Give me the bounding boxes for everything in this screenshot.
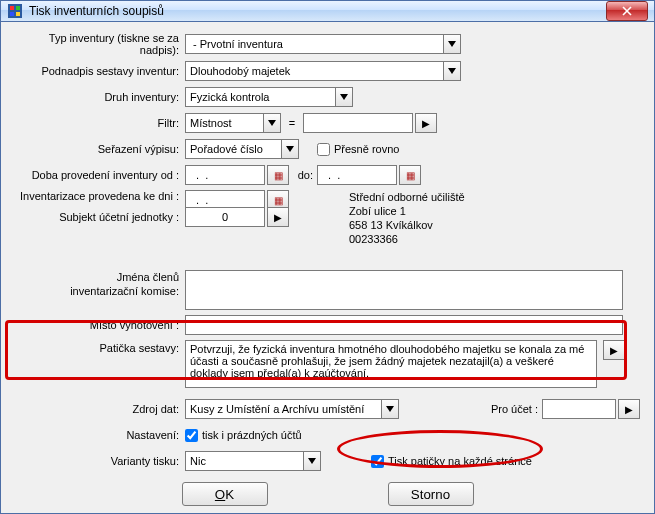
label-filtr: Filtr: bbox=[15, 117, 185, 129]
triangle-right-icon: ▶ bbox=[625, 404, 633, 415]
checkbox-tisk-prazdnych[interactable]: tisk i prázdných účtů bbox=[185, 429, 302, 442]
combo-varianty-tisku[interactable] bbox=[185, 451, 321, 471]
svg-marker-10 bbox=[268, 120, 276, 126]
svg-marker-13 bbox=[308, 458, 316, 464]
checkbox-presne-rovno[interactable]: Přesně rovno bbox=[317, 143, 399, 156]
label-nastaveni: Nastavení: bbox=[15, 429, 185, 441]
label-zdroj-dat: Zdroj dat: bbox=[15, 403, 185, 415]
app-icon bbox=[7, 3, 23, 19]
ok-button[interactable]: OK bbox=[182, 482, 268, 506]
label-typ-inventury: Typ inventury (tiskne se za nadpis): bbox=[15, 32, 185, 56]
svg-marker-12 bbox=[386, 406, 394, 412]
input-typ-inventury[interactable] bbox=[185, 34, 443, 54]
storno-button[interactable]: Storno bbox=[388, 482, 474, 506]
lookup-pro-ucet-button[interactable]: ▶ bbox=[618, 399, 640, 419]
combo-serazeni[interactable] bbox=[185, 139, 299, 159]
calendar-button-od[interactable]: ▦ bbox=[267, 165, 289, 185]
textarea-paticka[interactable] bbox=[185, 340, 597, 388]
label-serazeni: Seřazení výpisu: bbox=[15, 143, 185, 155]
label-paticka: Patička sestavy: bbox=[15, 340, 185, 354]
label-druh: Druh inventury: bbox=[15, 91, 185, 103]
checkbox-tisk-paticky[interactable]: Tisk patičky na každé stránce bbox=[371, 455, 532, 468]
label-subjekt: Subjekt účetní jednotky : bbox=[15, 211, 185, 223]
label-filtr-op: = bbox=[281, 117, 303, 129]
checkbox-tisk-paticky-input[interactable] bbox=[371, 455, 384, 468]
lookup-button[interactable]: ▶ bbox=[415, 113, 437, 133]
chevron-down-icon[interactable] bbox=[303, 451, 321, 471]
label-varianty-tisku: Varianty tisku: bbox=[15, 455, 185, 467]
input-podnadpis[interactable] bbox=[185, 61, 443, 81]
input-varianty-tisku[interactable] bbox=[185, 451, 303, 471]
combo-filtr-field[interactable] bbox=[185, 113, 281, 133]
svg-rect-4 bbox=[16, 12, 20, 16]
calendar-icon: ▦ bbox=[274, 170, 283, 181]
calendar-icon: ▦ bbox=[274, 195, 283, 206]
lookup-subjekt-button[interactable]: ▶ bbox=[267, 207, 289, 227]
label-tisk-paticky: Tisk patičky na každé stránce bbox=[388, 455, 532, 467]
lookup-paticka-button[interactable]: ▶ bbox=[603, 340, 625, 360]
combo-zdroj-dat[interactable] bbox=[185, 399, 399, 419]
checkbox-tisk-prazdnych-input[interactable] bbox=[185, 429, 198, 442]
label-inventarizace-ke-dni: Inventarizace provedena ke dni : bbox=[15, 190, 185, 202]
input-druh[interactable] bbox=[185, 87, 335, 107]
close-button[interactable] bbox=[606, 1, 648, 21]
svg-marker-8 bbox=[448, 68, 456, 74]
svg-rect-2 bbox=[16, 6, 20, 10]
window-title: Tisk inventurních soupisů bbox=[29, 4, 606, 18]
input-misto-vyhotoveni[interactable] bbox=[185, 315, 623, 335]
triangle-right-icon: ▶ bbox=[274, 212, 282, 223]
combo-podnadpis[interactable] bbox=[185, 61, 461, 81]
label-jmena-komise: Jména členů inventarizační komise: bbox=[15, 270, 185, 298]
chevron-down-icon[interactable] bbox=[263, 113, 281, 133]
svg-marker-11 bbox=[286, 146, 294, 152]
calendar-icon: ▦ bbox=[406, 170, 415, 181]
chevron-down-icon[interactable] bbox=[443, 34, 461, 54]
row-paticka: Patička sestavy: ▶ bbox=[15, 340, 640, 388]
checkbox-presne-rovno-input[interactable] bbox=[317, 143, 330, 156]
triangle-right-icon: ▶ bbox=[422, 118, 430, 129]
chevron-down-icon[interactable] bbox=[281, 139, 299, 159]
input-filtr-value[interactable] bbox=[303, 113, 413, 133]
label-doba-od: Doba provedení inventury od : bbox=[15, 169, 185, 181]
org-info: Střední odborné učiliště Zobí ulice 1 65… bbox=[349, 190, 465, 246]
triangle-right-icon: ▶ bbox=[610, 345, 618, 356]
button-row: OK Storno bbox=[15, 482, 640, 506]
input-doba-do[interactable] bbox=[317, 165, 397, 185]
label-tisk-prazdnych: tisk i prázdných účtů bbox=[202, 429, 302, 441]
calendar-button-do[interactable]: ▦ bbox=[399, 165, 421, 185]
storno-button-label: Storno bbox=[411, 487, 450, 502]
ok-button-label-rest: K bbox=[225, 487, 234, 502]
input-pro-ucet[interactable] bbox=[542, 399, 616, 419]
dialog-window: Tisk inventurních soupisů Typ inventury … bbox=[0, 0, 655, 514]
org-line4: 00233366 bbox=[349, 232, 465, 246]
input-filtr-field[interactable] bbox=[185, 113, 263, 133]
svg-rect-3 bbox=[10, 12, 14, 16]
combo-druh[interactable] bbox=[185, 87, 353, 107]
label-misto-vyhotoveni: Místo vyhotovení : bbox=[15, 319, 185, 331]
chevron-down-icon[interactable] bbox=[335, 87, 353, 107]
org-line2: Zobí ulice 1 bbox=[349, 204, 465, 218]
svg-marker-9 bbox=[340, 94, 348, 100]
label-pro-ucet: Pro účet : bbox=[491, 403, 542, 415]
chevron-down-icon[interactable] bbox=[381, 399, 399, 419]
dialog-body: Typ inventury (tiskne se za nadpis): Pod… bbox=[1, 22, 654, 514]
svg-marker-7 bbox=[448, 41, 456, 47]
label-do: do: bbox=[289, 169, 317, 181]
org-line1: Střední odborné učiliště bbox=[349, 190, 465, 204]
svg-rect-1 bbox=[10, 6, 14, 10]
input-serazeni[interactable] bbox=[185, 139, 281, 159]
input-doba-od[interactable] bbox=[185, 165, 265, 185]
textarea-jmena-komise[interactable] bbox=[185, 270, 623, 310]
close-icon bbox=[622, 6, 632, 16]
input-subjekt[interactable] bbox=[185, 207, 265, 227]
label-presne-rovno: Přesně rovno bbox=[334, 143, 399, 155]
combo-typ-inventury[interactable] bbox=[185, 34, 461, 54]
org-line3: 658 13 Kvíkálkov bbox=[349, 218, 465, 232]
titlebar: Tisk inventurních soupisů bbox=[1, 1, 654, 22]
input-zdroj-dat[interactable] bbox=[185, 399, 381, 419]
chevron-down-icon[interactable] bbox=[443, 61, 461, 81]
label-podnadpis: Podnadpis sestavy inventur: bbox=[15, 65, 185, 77]
